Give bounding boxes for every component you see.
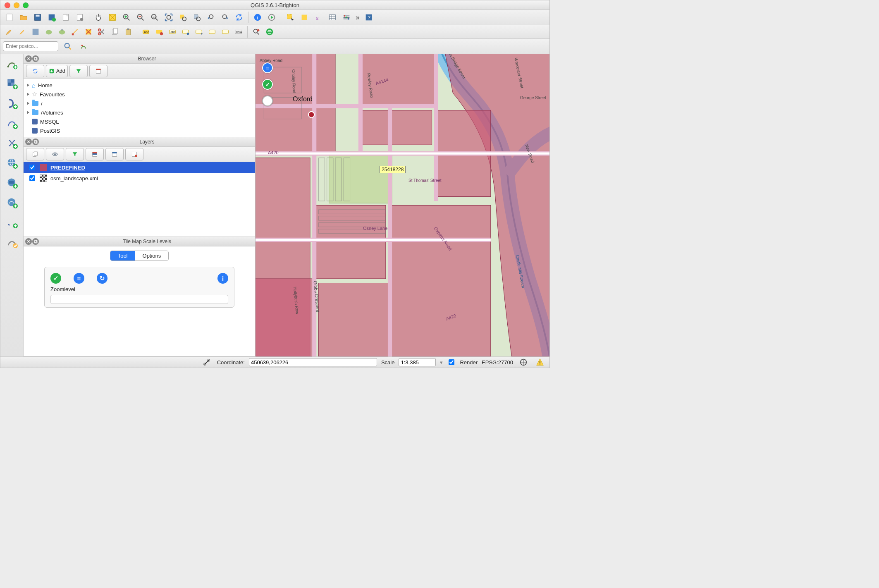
save-layer-edits-button[interactable] (29, 26, 42, 38)
delete-selected-button[interactable] (82, 26, 95, 38)
layers-collapse-button[interactable] (105, 148, 124, 160)
run-feature-action-button[interactable] (265, 11, 278, 24)
add-delimited-text-button[interactable]: , (5, 215, 19, 229)
new-project-button[interactable] (3, 11, 16, 24)
layer-visibility-checkbox[interactable] (29, 165, 35, 170)
composer-manager-button[interactable] (73, 11, 86, 24)
browser-item[interactable]: PostGIS (24, 126, 255, 135)
browser-filter-button[interactable] (69, 65, 88, 77)
browser-item[interactable]: MSSQL (24, 117, 255, 126)
select-features-button[interactable] (284, 11, 297, 24)
open-project-button[interactable] (17, 11, 30, 24)
zoom-to-layer-button[interactable] (190, 11, 203, 24)
layers-add-group-button[interactable] (26, 148, 44, 160)
add-wms-layer-button[interactable] (5, 156, 19, 170)
layers-visibility-button[interactable] (46, 148, 64, 160)
render-checkbox[interactable] (449, 359, 454, 365)
help-button[interactable]: ? (362, 11, 375, 24)
map-blank-icon[interactable] (262, 96, 273, 106)
locator-search-button[interactable] (62, 41, 74, 52)
tms-list-icon[interactable]: ≡ (74, 273, 84, 284)
crs-button[interactable] (517, 356, 530, 368)
label-change-button[interactable] (219, 26, 232, 38)
refresh-button[interactable] (232, 11, 246, 24)
postcode-input[interactable] (3, 41, 58, 51)
tms-tab-switch[interactable]: Tool Options (110, 251, 169, 261)
tms-ok-icon[interactable]: ✓ (50, 273, 61, 284)
panel-close-button[interactable]: × (25, 55, 32, 62)
node-tool-button[interactable] (69, 26, 81, 38)
browser-item[interactable]: ⌂Home (24, 81, 255, 90)
zoom-full-button[interactable] (162, 11, 175, 24)
label-highlight-button[interactable]: abc (166, 26, 179, 38)
zoom-native-button[interactable]: 1:1 (148, 11, 161, 24)
copy-features-button[interactable] (109, 26, 121, 38)
tms-reload-icon[interactable]: ↻ (97, 273, 107, 284)
layer-item[interactable]: osm_landscape.xml (24, 173, 255, 184)
add-mssql-layer-button[interactable] (5, 136, 19, 150)
browser-item[interactable]: ☆Favourites (24, 90, 255, 99)
expression-button[interactable]: ε (312, 11, 325, 24)
zoom-in-button[interactable] (120, 11, 133, 24)
label-pin-button[interactable] (153, 26, 165, 38)
label-rotate-button[interactable] (206, 26, 218, 38)
add-vector-layer-button[interactable] (5, 57, 19, 71)
identify-button[interactable]: i (251, 11, 264, 24)
zoomlevel-input[interactable] (50, 295, 228, 304)
label-tool-button[interactable]: abc (140, 26, 152, 38)
save-project-button[interactable] (31, 11, 44, 24)
add-spatialite-layer-button[interactable] (5, 116, 19, 130)
add-feature-button[interactable] (43, 26, 55, 38)
layers-filter-button[interactable] (66, 148, 84, 160)
browser-add-button[interactable]: Add (46, 65, 68, 77)
pan-to-selection-button[interactable] (106, 11, 119, 24)
browser-tree[interactable]: ⌂Home☆Favourites//VolumesMSSQLPostGIS (24, 79, 255, 137)
tms-tab-tool[interactable]: Tool (110, 251, 135, 261)
add-postgis-layer-button[interactable] (5, 96, 19, 110)
layers-expand-button[interactable] (86, 148, 104, 160)
coordinate-input[interactable] (249, 358, 377, 366)
zoom-to-selection-button[interactable] (176, 11, 189, 24)
map-layer-list-icon[interactable]: ≡ (262, 62, 273, 73)
browser-properties-button[interactable] (89, 65, 107, 77)
panel-close-button[interactable]: × (25, 238, 32, 245)
save-as-button[interactable] (45, 11, 58, 24)
browser-refresh-button[interactable] (26, 65, 44, 77)
zoom-out-button[interactable] (134, 11, 147, 24)
panel-close-button[interactable]: × (25, 139, 32, 145)
zoom-last-button[interactable] (204, 11, 217, 24)
open-attribute-table-button[interactable] (326, 11, 339, 24)
browser-item[interactable]: /Volumes (24, 108, 255, 117)
search-button[interactable] (250, 26, 263, 38)
locator-config-button[interactable] (77, 41, 90, 52)
csw-button[interactable]: CSW (232, 26, 245, 38)
zoom-next-button[interactable] (218, 11, 232, 24)
minimize-window-button[interactable] (14, 2, 19, 8)
pan-button[interactable] (92, 11, 105, 24)
field-calculator-button[interactable] (340, 11, 353, 24)
label-move-button[interactable] (193, 26, 205, 38)
new-shapefile-button[interactable] (5, 235, 19, 249)
move-feature-button[interactable] (56, 26, 68, 38)
layers-remove-button[interactable] (125, 148, 143, 160)
panel-detach-button[interactable]: ⧉ (32, 238, 39, 245)
scale-input[interactable] (399, 358, 436, 366)
add-raster-layer-button[interactable] (5, 76, 19, 91)
paste-features-button[interactable] (122, 26, 134, 38)
panel-detach-button[interactable]: ⧉ (32, 55, 39, 62)
layer-visibility-checkbox[interactable] (29, 175, 35, 181)
current-edits-button[interactable] (16, 26, 29, 38)
layer-item[interactable]: PREDEFINED (24, 162, 255, 173)
select-by-expression-button[interactable] (298, 11, 311, 24)
new-print-composer-button[interactable] (59, 11, 72, 24)
add-wfs-layer-button[interactable] (5, 196, 19, 210)
add-wcs-layer-button[interactable] (5, 176, 19, 190)
panel-detach-button[interactable]: ⧉ (32, 139, 39, 145)
map-ok-icon[interactable]: ✓ (262, 79, 273, 90)
cut-features-button[interactable] (96, 26, 108, 38)
toggle-editing-button[interactable] (3, 26, 15, 38)
layers-tree[interactable]: PREDEFINEDosm_landscape.xml (24, 162, 255, 237)
close-window-button[interactable] (5, 2, 10, 8)
topology-button[interactable] (263, 26, 276, 38)
toggle-extents-button[interactable] (201, 356, 213, 368)
